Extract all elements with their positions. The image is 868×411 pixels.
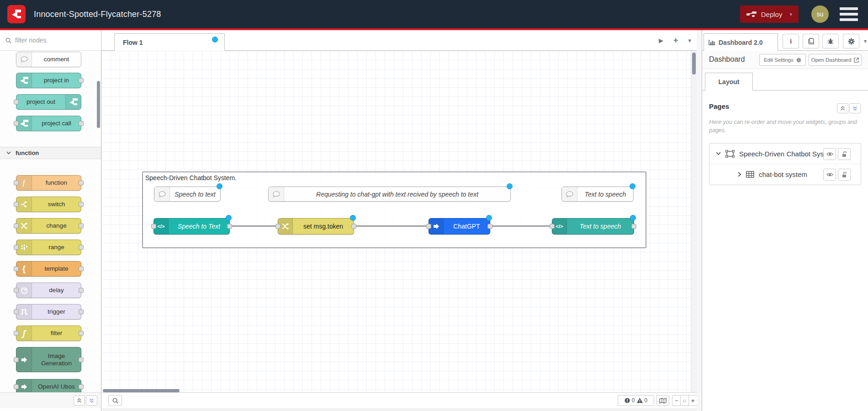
- play-icon[interactable]: ▶: [659, 37, 663, 44]
- collapse-all-button[interactable]: [837, 103, 848, 113]
- wire[interactable]: [230, 225, 278, 227]
- input-port[interactable]: [151, 224, 156, 229]
- input-port[interactable]: [14, 202, 19, 207]
- expand-all-button[interactable]: [86, 395, 97, 406]
- input-port[interactable]: [14, 100, 19, 105]
- deploy-button[interactable]: Deploy ▾: [740, 5, 799, 23]
- wire[interactable]: [354, 225, 429, 227]
- tab-flow-1[interactable]: Flow 1: [114, 33, 225, 51]
- flow-list-caret-icon[interactable]: ▾: [688, 37, 691, 44]
- deploy-caret-icon[interactable]: ▾: [789, 11, 792, 17]
- palette-node-image-generation[interactable]: Image Generation: [16, 347, 81, 372]
- node-chatgpt[interactable]: ChatGPT: [429, 218, 490, 235]
- edit-settings-button[interactable]: Edit Settings: [759, 54, 806, 66]
- chevron-down-icon[interactable]: [716, 152, 721, 155]
- debug-tab-button[interactable]: [822, 34, 839, 48]
- input-port[interactable]: [14, 267, 19, 272]
- input-port[interactable]: [275, 224, 281, 229]
- collapse-all-button[interactable]: [74, 395, 85, 406]
- output-port[interactable]: [79, 267, 84, 272]
- comment-node-text-to-speech[interactable]: Text to speech: [561, 187, 634, 202]
- tree-row-page[interactable]: Speech-Driven Chatbot System: [709, 144, 861, 164]
- wire[interactable]: [490, 225, 552, 227]
- flow-group[interactable]: [142, 171, 646, 248]
- palette-node-trigger[interactable]: trigger: [16, 304, 81, 320]
- config-tab-button[interactable]: [843, 34, 859, 48]
- palette-category-function[interactable]: function: [0, 147, 101, 159]
- search-input[interactable]: [15, 37, 88, 44]
- input-port[interactable]: [14, 384, 19, 390]
- input-port[interactable]: [14, 121, 19, 126]
- expand-all-button[interactable]: [849, 103, 861, 113]
- output-port[interactable]: [79, 202, 84, 207]
- output-port[interactable]: [79, 384, 84, 390]
- palette-node-range[interactable]: range: [16, 240, 81, 255]
- help-tab-button[interactable]: [803, 34, 819, 48]
- input-port[interactable]: [14, 224, 19, 229]
- visibility-toggle[interactable]: [823, 148, 836, 160]
- chevron-right-icon[interactable]: [738, 172, 741, 177]
- canvas-vertical-scrollbar[interactable]: [692, 53, 696, 75]
- palette-scrollbar[interactable]: [97, 81, 100, 128]
- sidebar-caret-icon[interactable]: ▾: [864, 38, 867, 44]
- palette-node-openai-ubos[interactable]: OpenAI Ubos: [16, 379, 81, 392]
- input-port[interactable]: [426, 224, 431, 229]
- input-port[interactable]: [14, 288, 19, 293]
- flow-canvas[interactable]: Speech-Driven Chatbot System. Speech to …: [101, 51, 697, 392]
- tree-row-group[interactable]: chat-bot system: [709, 164, 861, 185]
- input-port[interactable]: [14, 310, 19, 315]
- avatar[interactable]: su: [811, 5, 829, 23]
- output-port[interactable]: [79, 288, 84, 293]
- node-set-msg-token[interactable]: set msg.token: [278, 218, 354, 235]
- palette-search[interactable]: [0, 30, 101, 51]
- output-port[interactable]: [79, 245, 84, 250]
- output-port[interactable]: [351, 224, 356, 229]
- lock-toggle[interactable]: [838, 169, 851, 181]
- tab-dashboard-2[interactable]: Dashboard 2.0: [704, 33, 778, 51]
- visibility-toggle[interactable]: [823, 169, 836, 181]
- info-tab-button[interactable]: i: [783, 34, 799, 48]
- sidebar-resize-handle[interactable]: [697, 30, 702, 411]
- palette-node-delay[interactable]: delay: [16, 283, 81, 298]
- output-port[interactable]: [79, 121, 84, 126]
- main-menu-icon[interactable]: [840, 7, 858, 21]
- palette-node-function[interactable]: ƒ function: [16, 175, 81, 191]
- comment-node-requesting-chatgpt[interactable]: Requesting to chat-gpt with text recived…: [268, 187, 511, 202]
- output-port[interactable]: [79, 357, 84, 362]
- zoom-in-button[interactable]: +: [688, 395, 697, 406]
- status-badge[interactable]: 0 0: [618, 395, 654, 406]
- output-port[interactable]: [79, 181, 84, 186]
- canvas-horizontal-scrollbar[interactable]: [103, 389, 180, 392]
- open-dashboard-button[interactable]: Open Dashboard: [809, 54, 862, 66]
- palette-node-project-out[interactable]: project out: [16, 94, 81, 110]
- minimap-button[interactable]: [656, 395, 669, 406]
- input-port[interactable]: [14, 245, 19, 250]
- add-flow-button[interactable]: +: [673, 36, 678, 45]
- output-port[interactable]: [487, 224, 492, 229]
- canvas-search-button[interactable]: [108, 395, 122, 406]
- comment-node-speech-to-text[interactable]: Speech to text: [154, 187, 221, 202]
- palette-node-project-in[interactable]: project in: [16, 73, 81, 88]
- palette-node-filter[interactable]: ʃ filter: [16, 326, 81, 341]
- output-port[interactable]: [79, 310, 84, 315]
- zoom-reset-button[interactable]: ○: [680, 395, 689, 406]
- node-speech-to-text[interactable]: </> Speech to Text: [153, 218, 230, 235]
- output-port[interactable]: [79, 78, 84, 83]
- input-port[interactable]: [14, 357, 19, 362]
- input-port[interactable]: [14, 181, 19, 186]
- input-port[interactable]: [550, 224, 555, 229]
- node-text-to-speech[interactable]: </> Text to speech: [552, 218, 634, 235]
- output-port[interactable]: [227, 224, 232, 229]
- zoom-out-button[interactable]: −: [672, 395, 681, 406]
- output-port[interactable]: [79, 224, 84, 229]
- output-port[interactable]: [631, 224, 636, 229]
- palette-node-template[interactable]: { template: [16, 261, 81, 277]
- output-port[interactable]: [79, 331, 84, 336]
- input-port[interactable]: [14, 331, 19, 336]
- lock-toggle[interactable]: [838, 148, 851, 160]
- palette-node-change[interactable]: change: [16, 218, 81, 234]
- palette-node-comment[interactable]: comment: [16, 52, 81, 67]
- palette-node-project-call[interactable]: project call: [16, 116, 81, 131]
- canvas-vertical-scrollbar-track[interactable]: [691, 51, 697, 392]
- tab-layout[interactable]: Layout: [705, 73, 753, 91]
